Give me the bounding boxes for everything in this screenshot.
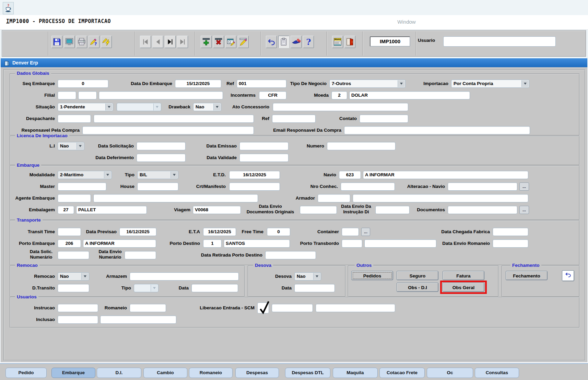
container-more-button[interactable]: ... — [361, 228, 370, 236]
porto-embarque-name-field[interactable]: A INFORMAR — [83, 239, 156, 248]
filial-code1-field[interactable] — [58, 91, 76, 99]
filial-name-field[interactable] — [99, 91, 223, 99]
armador-code-field[interactable] — [318, 194, 350, 202]
alteracao-navio-more-button[interactable]: ... — [519, 182, 529, 191]
tab-cotacao-frete[interactable]: Cotacao Frete — [379, 368, 425, 378]
remocao-tipo-select[interactable] — [134, 284, 158, 292]
navio-code-field[interactable]: 623 — [339, 171, 361, 179]
data-deferimento-field[interactable] — [137, 154, 186, 162]
etd-field[interactable]: 16/12/2025 — [229, 171, 280, 179]
embalagem-code-field[interactable]: 27 — [58, 206, 74, 214]
lock-record-button[interactable] — [291, 36, 302, 48]
enter-query-button[interactable]: ? — [89, 36, 99, 48]
first-record-button[interactable] — [140, 36, 151, 48]
fechamento-button[interactable]: Fechamento — [506, 271, 548, 280]
display-button[interactable] — [64, 36, 75, 48]
importacao-select[interactable]: Por Conta Propria — [451, 80, 529, 88]
execute-query-button[interactable] — [101, 36, 112, 48]
remocao-select[interactable]: Nao — [58, 272, 89, 281]
seq-embarque-field[interactable]: 0 — [58, 80, 108, 88]
print-button[interactable] — [76, 36, 87, 48]
despachante-name-field[interactable] — [94, 115, 254, 123]
free-time-field[interactable]: 0 — [267, 228, 290, 236]
exit-button[interactable] — [344, 36, 355, 48]
ref2-field[interactable] — [272, 115, 316, 123]
situacao-select[interactable]: 1-Pendente — [58, 103, 113, 111]
data-solicitacao-field[interactable] — [137, 142, 186, 150]
navio-name-field[interactable]: A INFORMAR — [363, 171, 528, 179]
fechamento-undo-button[interactable] — [562, 270, 574, 281]
data-validade-field[interactable] — [239, 154, 289, 162]
data-do-embarque-field[interactable]: 15/12/2025 — [175, 80, 221, 88]
responsavel-pela-compra-field[interactable] — [82, 126, 254, 134]
moeda-code-field[interactable]: 2 — [331, 91, 347, 99]
transit-time-field[interactable] — [58, 228, 81, 236]
tab-despesas[interactable]: Despesas — [235, 368, 279, 378]
seguro-button[interactable]: Seguro — [397, 271, 438, 280]
nro-conhec-field[interactable] — [341, 182, 395, 191]
tipo-select[interactable]: B/L — [137, 171, 178, 179]
armazem-field[interactable] — [130, 272, 239, 281]
porto-transbordo-code-field[interactable] — [342, 239, 362, 248]
data-envio-docs-field[interactable] — [300, 206, 337, 214]
desova-select[interactable]: Nao — [294, 272, 321, 281]
undo-button[interactable] — [266, 36, 277, 48]
liberacao-user-field[interactable] — [272, 304, 313, 312]
data-solic-numerario-field[interactable] — [58, 251, 89, 259]
instrucao-field[interactable] — [58, 304, 98, 312]
tab-pedido[interactable]: Pedido — [5, 368, 47, 378]
ato-concessorio-field[interactable] — [273, 103, 408, 111]
tab-romaneio[interactable]: Romaneio — [189, 368, 233, 378]
master-field[interactable] — [58, 182, 106, 191]
data-retirada-porto-field[interactable] — [265, 251, 316, 259]
ref-field[interactable]: 001 — [237, 80, 286, 88]
numero-field[interactable] — [327, 142, 396, 150]
liberacao-date-field[interactable] — [316, 304, 395, 312]
obs-di-button[interactable]: Obs - D.I — [397, 283, 438, 292]
edit-record-button[interactable] — [238, 36, 249, 48]
house-field[interactable] — [137, 182, 178, 191]
container-field[interactable] — [342, 228, 359, 236]
embalagem-name-field[interactable]: PALLET — [76, 206, 147, 214]
eta-field[interactable]: 16/12/2025 — [203, 228, 236, 236]
tab-cambio[interactable]: Cambio — [143, 368, 187, 378]
pedidos-button[interactable]: Pedidos — [351, 271, 393, 280]
insert-record-button[interactable] — [201, 36, 212, 48]
inconterms-field[interactable]: CFR — [259, 91, 286, 99]
d-transito-field[interactable] — [58, 284, 89, 292]
data-envio-numerario-field[interactable] — [125, 251, 156, 259]
agente-embarque-name-field[interactable] — [93, 194, 258, 202]
armador-name-field[interactable] — [353, 194, 528, 202]
liberacao-checkbox[interactable] — [257, 302, 269, 313]
tab-oc[interactable]: Oc — [427, 368, 473, 378]
filial-code2-field[interactable] — [78, 91, 97, 99]
data-previsao-field[interactable]: 16/12/2025 — [119, 228, 156, 236]
clipboard-button[interactable] — [278, 36, 289, 48]
data-envio-romaneio-field[interactable] — [493, 239, 528, 248]
tipo-de-negocio-select[interactable]: 7-Outros — [329, 80, 405, 88]
email-responsavel-field[interactable] — [344, 126, 530, 134]
viagem-field[interactable]: V0068 — [193, 206, 241, 214]
inclusao-date-field[interactable] — [100, 316, 176, 324]
previous-record-button[interactable] — [152, 36, 163, 48]
inclusao-user-field[interactable] — [58, 316, 98, 324]
porto-transbordo-name-field[interactable] — [364, 239, 436, 248]
data-chegada-fabrica-field[interactable] — [493, 228, 528, 236]
help-button[interactable]: ? — [303, 36, 314, 48]
menu-button[interactable]: Menu — [332, 36, 343, 48]
query-record-button[interactable] — [225, 36, 236, 48]
tab-di[interactable]: D.I. — [97, 368, 141, 378]
contato-field[interactable] — [360, 115, 408, 123]
documentos-field[interactable] — [448, 206, 517, 214]
remocao-data-field[interactable] — [191, 284, 238, 292]
obs-geral-button[interactable]: Obs Geral — [443, 283, 484, 292]
next-record-button[interactable] — [165, 36, 176, 48]
data-emissao-field[interactable] — [239, 142, 289, 150]
save-button[interactable] — [51, 36, 62, 48]
last-record-button[interactable] — [177, 36, 188, 48]
agente-embarque-code-field[interactable] — [58, 194, 91, 202]
menu-window[interactable]: Window — [393, 19, 420, 25]
desova-data-field[interactable] — [294, 284, 335, 292]
porto-embarque-code-field[interactable]: 206 — [58, 239, 81, 248]
delete-record-button[interactable] — [213, 36, 224, 48]
